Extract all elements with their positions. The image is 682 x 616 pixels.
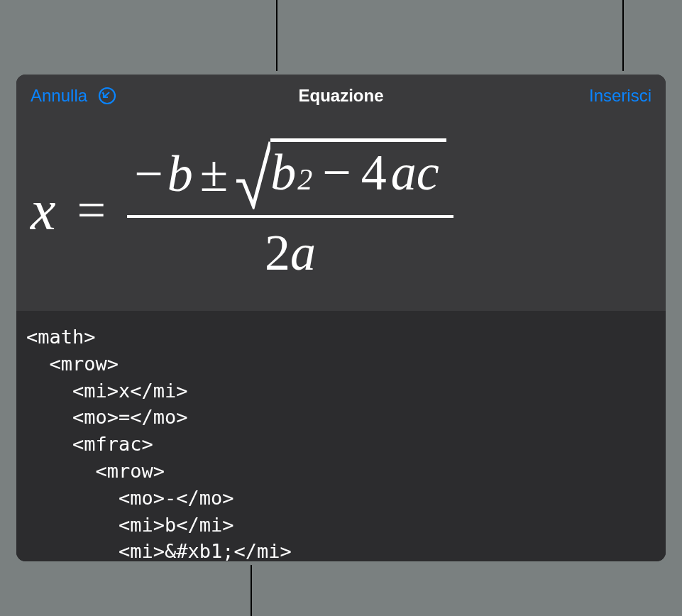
equation-equals: = xyxy=(77,181,106,240)
header-left-group: Annulla xyxy=(31,86,117,106)
equation-plusminus: ± xyxy=(200,145,229,204)
equation-b-squared: b xyxy=(270,143,296,202)
equation-minus: − xyxy=(322,143,351,202)
equation-fraction: − b ± b 2 − 4 xyxy=(127,138,453,282)
sqrt-symbol xyxy=(235,138,270,209)
equation-a-denom: a xyxy=(290,224,316,282)
equation-four: 4 xyxy=(361,143,387,202)
svg-marker-1 xyxy=(101,92,104,94)
equation-two: 2 xyxy=(265,224,290,282)
equation-preview: x = − b ± b 2 xyxy=(16,117,666,311)
undo-icon[interactable] xyxy=(97,86,117,106)
callout-line xyxy=(622,0,624,71)
equation-denominator: 2 a xyxy=(265,218,316,282)
sqrt-content: b 2 − 4 a c xyxy=(270,138,446,202)
callout-line xyxy=(276,0,277,71)
equation-sqrt: b 2 − 4 a c xyxy=(235,138,446,209)
equation-exponent: 2 xyxy=(297,163,312,197)
svg-point-0 xyxy=(99,88,115,104)
equation-a: a xyxy=(391,143,417,202)
mathml-code-input[interactable]: <math> <mrow> <mi>x</mi> <mo>=</mo> <mfr… xyxy=(16,311,666,565)
equation-negative: − xyxy=(134,145,163,204)
cancel-button[interactable]: Annulla xyxy=(31,86,87,106)
insert-button[interactable]: Inserisci xyxy=(589,86,651,106)
equation-numerator: − b ± b 2 − 4 xyxy=(127,138,453,215)
rendered-equation: x = − b ± b 2 xyxy=(31,138,453,282)
dialog-title: Equazione xyxy=(298,86,383,106)
equation-dialog: Annulla Equazione Inserisci x = − b ± xyxy=(13,71,669,565)
dialog-header: Annulla Equazione Inserisci xyxy=(16,75,666,117)
callout-line xyxy=(251,565,252,616)
equation-variable-x: x xyxy=(31,178,56,243)
equation-c: c xyxy=(417,143,439,202)
equation-b: b xyxy=(167,145,193,204)
